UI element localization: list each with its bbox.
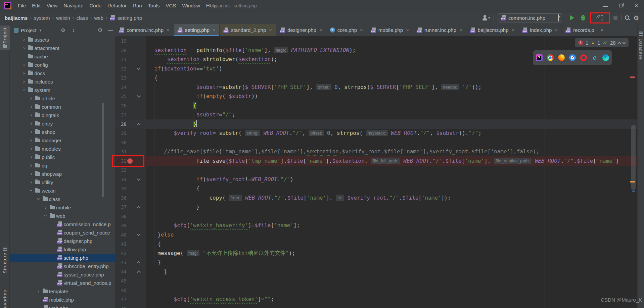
tree-item-manager[interactable]: ›manager [10, 136, 115, 145]
code-line-40[interactable]: 40 }else [115, 230, 637, 240]
settings-gear-button[interactable]: ⚙ [633, 15, 639, 21]
tab-runner.inc.php[interactable]: runner.inc.php× [413, 24, 466, 36]
line-number[interactable]: 38 [115, 212, 127, 221]
line-number[interactable]: 44 [115, 267, 127, 276]
close-icon[interactable]: × [459, 27, 462, 33]
chevron-collapsed-icon[interactable]: › [30, 180, 32, 185]
menu-run[interactable]: Run [130, 0, 145, 11]
tree-item-dingtalk[interactable]: ›dingtalk [10, 111, 115, 119]
tree-item-assets[interactable]: ›assets [10, 36, 115, 44]
code-text[interactable]: //file_save($file['tmp_name'],$file['nam… [151, 147, 637, 156]
previous-problem-button[interactable] [617, 42, 621, 45]
tree-item-class[interactable]: ›class [10, 195, 115, 203]
chevron-collapsed-icon[interactable]: › [30, 171, 32, 176]
tree-item-virtual_send_notice.p[interactable]: virtual_send_notice.p [10, 279, 115, 287]
code-line-41[interactable]: 41 { [115, 239, 637, 249]
info-stripe-mark[interactable] [632, 191, 635, 192]
code-text[interactable]: if($verify_root!=WEB_ROOT."/") [151, 175, 637, 184]
code-text[interactable]: { [151, 101, 637, 110]
line-number[interactable]: 48 [115, 304, 127, 308]
hide-panel-button[interactable]: — [108, 27, 113, 34]
user-account-button[interactable]: ▾ [482, 11, 490, 24]
panel-settings-button[interactable]: ⚙ [98, 27, 102, 34]
safari-icon[interactable] [569, 54, 576, 61]
tree-item-utility[interactable]: ›utility [10, 178, 115, 187]
code-text[interactable]: if($extention=='txt') [151, 64, 637, 73]
chevron-collapsed-icon[interactable]: › [45, 205, 46, 210]
tree-item-qq[interactable]: ›qq [10, 161, 115, 170]
run-button[interactable] [570, 15, 574, 20]
edge-icon[interactable] [602, 54, 609, 61]
tool-stripe-favorites[interactable]: Favorites [0, 288, 10, 308]
line-number[interactable]: 28 [115, 119, 127, 129]
code-text[interactable]: } [151, 202, 637, 212]
debug-button[interactable] [581, 15, 585, 20]
close-icon[interactable]: × [319, 27, 322, 33]
inspections-widget[interactable]: ! 1 ▲ 1 ✓✓ 28 [575, 38, 629, 47]
close-icon[interactable]: × [555, 27, 558, 33]
menu-tools[interactable]: Tools [145, 0, 163, 11]
firefox-icon[interactable] [558, 54, 565, 61]
code-text[interactable]: $verify_root= substr( string: WEB_ROOT."… [151, 129, 637, 138]
tree-item-public[interactable]: ›public [10, 153, 115, 161]
tab-standard_2.php[interactable]: standard_2.php× [220, 24, 276, 36]
tree-item-web[interactable]: ›web [10, 212, 115, 220]
internet-explorer-icon[interactable]: e [591, 54, 598, 61]
warning-stripe-mark[interactable] [630, 181, 635, 183]
code-line-32[interactable]: 32 file_save($file['tmp_name'],$file['na… [115, 156, 637, 166]
tree-item-follow.php[interactable]: follow.php [10, 245, 115, 254]
line-number[interactable]: 26 [115, 101, 127, 110]
tree-item-entry[interactable]: ›entry [10, 119, 115, 128]
code-text[interactable]: { [151, 184, 637, 193]
tree-item-includes[interactable]: ›includes [10, 78, 115, 86]
code-line-42[interactable]: 42 message( msg: "不允许上传除txt结尾以外的文件"); [115, 249, 637, 258]
chevron-collapsed-icon[interactable]: › [30, 155, 32, 159]
code-text[interactable]: message( msg: "不允许上传除txt结尾以外的文件"); [151, 249, 637, 258]
phpstorm-browser-icon[interactable] [536, 54, 543, 61]
line-number[interactable]: 46 [115, 286, 127, 295]
error-stripe-mark[interactable] [630, 76, 635, 78]
code-line-33[interactable]: 33 [115, 165, 637, 175]
close-icon[interactable]: × [512, 27, 515, 33]
tree-item-modules[interactable]: ›modules [10, 145, 115, 153]
line-number[interactable]: 21 [115, 55, 127, 64]
search-everywhere-button[interactable] [625, 15, 630, 20]
tree-item-mobile.php[interactable]: mobile.php [10, 296, 115, 304]
line-number[interactable]: 20 [115, 46, 127, 55]
code-text[interactable]: }else [151, 230, 637, 240]
tab-setting.php[interactable]: setting.php× [174, 24, 220, 36]
code-line-30[interactable]: 30 [115, 138, 637, 147]
tree-item-config[interactable]: ›config [10, 61, 115, 69]
hidden-tabs-dropdown[interactable]: ▾ [598, 28, 606, 33]
code-text[interactable]: if(empty( $substr)) [151, 92, 637, 101]
tab-mobile.php[interactable]: mobile.php× [367, 24, 413, 36]
close-icon[interactable]: × [360, 27, 363, 33]
tab-core.php[interactable]: ccore.php× [326, 24, 367, 36]
line-number[interactable]: 25 [115, 92, 127, 101]
code-line-43[interactable]: 43 } [115, 258, 637, 267]
locate-file-button[interactable]: ⊕ [61, 27, 65, 34]
tree-item-subscribe_entry.php[interactable]: subscribe_entry.php [10, 262, 115, 270]
code-line-31[interactable]: 31 //file_save($file['tmp_name'],$file['… [115, 147, 637, 156]
tree-item-template[interactable]: ›template [10, 287, 115, 296]
chevron-collapsed-icon[interactable]: › [30, 130, 32, 134]
code-line-36[interactable]: 36 copy( from: WEB_ROOT."/".$file['name'… [115, 193, 637, 203]
chevron-collapsed-icon[interactable]: › [30, 113, 32, 117]
line-number[interactable]: 31 [115, 147, 127, 156]
tree-item-attachment[interactable]: ›attachment [10, 44, 115, 52]
line-number[interactable]: 33 [115, 165, 127, 175]
expand-collapse-button[interactable]: ↕ [72, 27, 75, 34]
project-view-dropdown[interactable]: ▾ [40, 28, 42, 33]
tree-item-eshop[interactable]: ›eshop [10, 128, 115, 136]
line-number[interactable]: 39 [115, 221, 127, 230]
tree-item-sysset_notice.php[interactable]: sysset_notice.php [10, 270, 115, 279]
chevron-expanded-icon[interactable]: › [21, 89, 26, 91]
code-text[interactable]: $cfg['weixin_access_token']=""; [151, 295, 637, 304]
code-line-34[interactable]: 34 if($verify_root!=WEB_ROOT."/") [115, 175, 637, 184]
code-text[interactable]: $substr="/"; [151, 110, 637, 119]
chevron-collapsed-icon[interactable]: › [30, 121, 32, 126]
line-number[interactable]: 37 [115, 202, 127, 212]
code-text[interactable]: file_save($file['tmp_name'],$file['name'… [151, 156, 637, 166]
code-line-29[interactable]: 29 $verify_root= substr( string: WEB_ROO… [115, 129, 637, 138]
tab-designer.php[interactable]: designer.php× [276, 24, 326, 36]
